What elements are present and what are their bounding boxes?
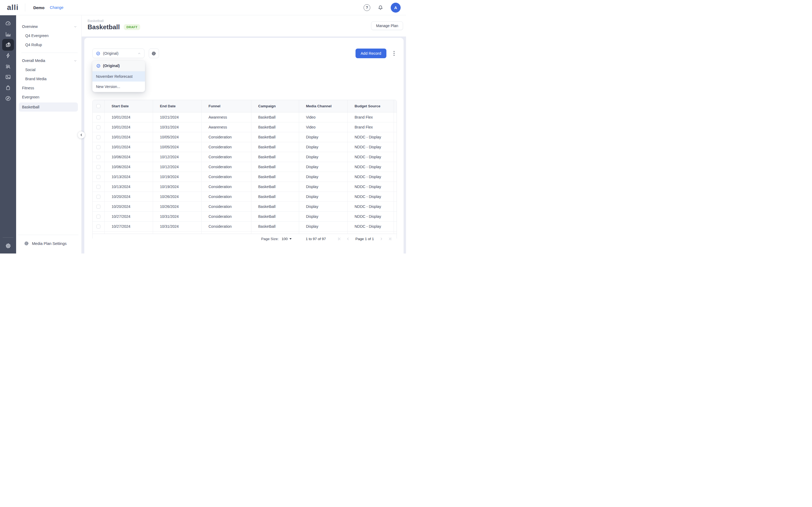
row-checkbox[interactable] <box>96 125 100 129</box>
cell-budget-source: NDDC - Display <box>348 212 394 221</box>
row-checkbox-cell <box>93 182 105 191</box>
user-avatar[interactable]: A <box>391 3 401 13</box>
nav-section-label: Overall Media <box>22 58 45 63</box>
cell-budget-source: NDDC - Display <box>348 182 394 191</box>
col-header-campaign[interactable]: Campaign <box>251 100 299 112</box>
cell-budget-source: NDDC - Display <box>348 152 394 162</box>
col-header-budget-source[interactable]: Budget Source <box>348 100 394 112</box>
cell-spacer <box>394 182 401 191</box>
nav-item-evergreen[interactable]: Evergreen <box>16 93 81 102</box>
media-plan-clipboard-icon[interactable] <box>2 39 14 51</box>
automations-lightning-icon[interactable] <box>2 50 14 61</box>
cell-start-date: 10/13/2024 <box>105 172 153 182</box>
cell-budget-source: Brand Flex <box>348 122 394 132</box>
creative-image-icon[interactable] <box>2 72 14 82</box>
row-checkbox-cell <box>93 152 105 162</box>
nav-item-social[interactable]: Social <box>16 65 81 74</box>
row-checkbox[interactable] <box>96 195 100 199</box>
cell-end-date: 10/12/2024 <box>153 152 202 162</box>
cell-budget-source: NDDC - Display <box>348 142 394 152</box>
main-content: (Original) Add Record (Original) Novembe… <box>81 37 406 253</box>
last-page-button[interactable] <box>388 237 392 241</box>
col-header-start-date[interactable]: Start Date <box>105 100 153 112</box>
row-checkbox[interactable] <box>96 155 100 159</box>
nav-item-fitness[interactable]: Fitness <box>16 83 81 93</box>
settings-gear-icon[interactable] <box>5 242 11 249</box>
verified-badge-icon <box>96 64 101 68</box>
media-plan-settings-button[interactable]: Media Plan Settings <box>16 235 81 253</box>
cell-end-date: 10/21/2024 <box>153 112 202 122</box>
row-checkbox[interactable] <box>96 115 100 119</box>
nav-section-overall-media[interactable]: Overall Media <box>16 56 81 65</box>
cell-start-date: 10/01/2024 <box>105 132 153 142</box>
breadcrumb[interactable]: Basketball <box>88 19 104 23</box>
nav-item-basketball[interactable]: Basketball <box>19 103 78 112</box>
page-size-select[interactable]: 100 <box>282 237 292 241</box>
row-checkbox[interactable] <box>96 205 100 209</box>
row-checkbox[interactable] <box>96 135 100 139</box>
nav-item-q4-evergreen[interactable]: Q4 Evergreen <box>16 31 81 40</box>
version-option-original[interactable]: (Original) <box>92 61 145 71</box>
cell-budget-source: NDDC - Display <box>348 132 394 142</box>
row-checkbox[interactable] <box>96 145 100 149</box>
version-option-new-version[interactable]: New Version... <box>92 81 145 92</box>
page-indicator: Page 1 of 1 <box>355 237 374 241</box>
nav-section-label: Overview <box>22 24 38 29</box>
row-checkbox[interactable] <box>96 165 100 169</box>
col-header-end-date[interactable]: End Date <box>153 100 202 112</box>
version-option-november-reforecast[interactable]: November Reforecast <box>92 71 145 82</box>
nav-item-brand-media[interactable]: Brand Media <box>16 74 81 83</box>
row-checkbox-cell <box>93 202 105 211</box>
first-page-button[interactable] <box>337 237 342 241</box>
cell-media-channel: Display <box>299 222 348 231</box>
cell-end-date: 10/12/2024 <box>153 162 202 172</box>
version-select[interactable]: (Original) <box>92 49 145 58</box>
cell-start-date: 10/13/2024 <box>105 182 153 191</box>
chevron-down-icon <box>73 59 77 62</box>
commerce-shopping-bag-icon[interactable] <box>2 82 14 93</box>
manage-plan-button[interactable]: Manage Plan <box>371 21 403 30</box>
add-record-button[interactable]: Add Record <box>356 49 387 58</box>
change-workspace-link[interactable]: Change <box>50 5 64 10</box>
next-page-button[interactable] <box>379 237 384 241</box>
row-checkbox[interactable] <box>96 185 100 189</box>
cell-start-date: 10/20/2024 <box>105 202 153 211</box>
help-icon[interactable]: ? <box>364 4 370 11</box>
audiences-users-icon[interactable] <box>2 61 14 72</box>
chevron-left-icon <box>80 133 83 137</box>
dashboard-gauge-icon[interactable] <box>2 18 14 29</box>
explore-compass-icon[interactable] <box>2 93 14 104</box>
cell-end-date: 10/19/2024 <box>153 172 202 182</box>
analytics-bar-chart-icon[interactable] <box>2 29 14 40</box>
cell-funnel: Consideration <box>202 182 251 191</box>
nav-section-overview[interactable]: Overview <box>16 22 81 31</box>
cell-funnel: Consideration <box>202 192 251 202</box>
cell-spacer <box>394 122 401 132</box>
table-row: 10/06/202410/12/2024ConsiderationBasketb… <box>93 162 397 172</box>
verified-badge-icon <box>96 51 100 56</box>
row-checkbox[interactable] <box>96 215 100 219</box>
alli-logo: alli <box>7 4 18 11</box>
row-checkbox[interactable] <box>96 225 100 229</box>
col-header-funnel[interactable]: Funnel <box>202 100 251 112</box>
triangle-down-icon <box>290 238 292 239</box>
version-settings-button[interactable] <box>149 49 159 58</box>
cell-end-date: 10/26/2024 <box>153 202 202 211</box>
sidebar-collapse-button[interactable] <box>78 131 85 138</box>
prev-page-button[interactable] <box>346 237 350 241</box>
table-row: 10/27/202410/31/2024ConsiderationBasketb… <box>93 212 397 222</box>
cell-funnel: Awareness <box>202 122 251 132</box>
row-checkbox[interactable] <box>96 175 100 179</box>
gear-icon <box>24 241 29 246</box>
col-header-media-channel[interactable]: Media Channel <box>299 100 348 112</box>
cell-campaign: Basketball <box>251 132 299 142</box>
notifications-bell-icon[interactable] <box>377 4 384 11</box>
nav-item-q4-rollup[interactable]: Q4 Rollup <box>16 40 81 49</box>
cell-end-date: 10/31/2024 <box>153 122 202 132</box>
more-options-kebab-icon[interactable] <box>392 50 397 57</box>
cell-spacer <box>394 212 401 221</box>
select-all-checkbox[interactable] <box>96 104 100 108</box>
col-header-spacer <box>394 100 401 112</box>
cell-campaign: Basketball <box>251 172 299 182</box>
cell-funnel: Consideration <box>202 162 251 172</box>
